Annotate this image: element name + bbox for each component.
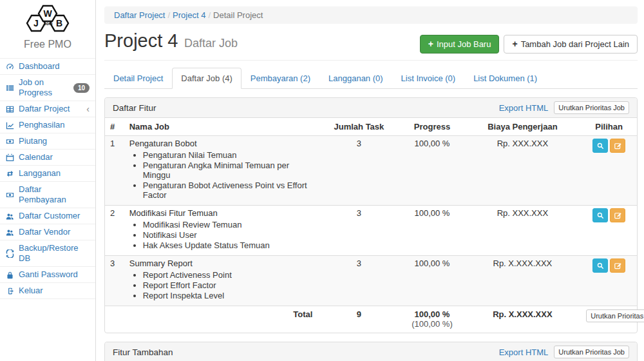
urutkan-prioritas-job-button[interactable]: Urutkan Prioritas Job [586, 309, 644, 322]
tambah-job-dari-project-lain-button[interactable]: + Tambah Job dari Project Lain [504, 35, 638, 54]
sidebar-item-piutang[interactable]: Piutang [0, 133, 95, 150]
column-header-nama-job: Nama Job [124, 118, 318, 136]
main-content: Daftar Project/Project 4/Detail Project … [97, 0, 644, 361]
panel-daftar-fitur: Daftar Fitur Export HTML Urutkan Priorit… [104, 97, 638, 333]
edit-icon [614, 142, 622, 150]
sidebar-item-daftar-customer[interactable]: Daftar Customer [0, 208, 95, 224]
search-icon [596, 142, 605, 150]
button-label: Tambah Job dari Project Lain [521, 39, 629, 49]
column-header-jumlah-task: Jumlah Task [317, 118, 400, 136]
column-header-no: # [105, 118, 124, 136]
sidebar-item-daftar-pembayaran[interactable]: Daftar Pembayaran [0, 182, 95, 208]
view-job-button[interactable] [592, 259, 608, 273]
refresh-icon [6, 249, 15, 258]
svg-text:W: W [43, 8, 52, 19]
sidebar-item-daftar-project[interactable]: Daftar Project ‹ [0, 101, 95, 117]
job-number: 3 [105, 256, 124, 306]
breadcrumb-separator: / [165, 10, 173, 20]
sidebar-item-calendar[interactable]: Calendar [0, 150, 95, 166]
sidebar-item-dashboard[interactable]: Dashboard [0, 59, 95, 75]
button-label: Input Job Baru [437, 39, 491, 49]
column-header-progress: Progress [400, 118, 464, 136]
table-row: 1 Pengaturan Bobot Pengaturan Nilai Temu… [105, 136, 637, 206]
sidebar-item-daftar-vendor[interactable]: Daftar Vendor [0, 224, 95, 240]
view-job-button[interactable] [592, 139, 608, 153]
sidebar-item-penghasilan[interactable]: Penghasilan [0, 117, 95, 133]
plus-icon: + [512, 39, 517, 49]
table-icon [6, 104, 15, 113]
view-job-button[interactable] [592, 208, 608, 222]
sidebar-item-label: Ganti Password [19, 269, 78, 280]
job-name: Pengaturan Bobot [129, 139, 197, 148]
urutkan-prioritas-job-button[interactable]: Urutkan Prioritas Job [554, 346, 629, 358]
svg-text:B: B [56, 18, 62, 28]
breadcrumb-current: Detail Project [213, 10, 263, 20]
sidebar-item-backup-restore[interactable]: Backup/Restore DB [0, 240, 95, 267]
retweet-icon [6, 169, 15, 178]
plus-icon: + [428, 39, 433, 49]
line-chart-icon [6, 121, 15, 130]
sidebar-item-job-on-progress[interactable]: Job on Progress 10 [0, 75, 95, 101]
sidebar-item-label: Keluar [19, 286, 43, 296]
sidebar-item-label: Daftar Vendor [19, 227, 70, 237]
jwb-logo-hexagons: J W B .com [20, 5, 75, 35]
chevron-left-icon: ‹ [86, 105, 90, 113]
header-buttons: + Input Job Baru + Tambah Job dari Proje… [420, 35, 638, 55]
jumlah-task-value: 3 [317, 256, 400, 306]
job-name-cell: Modifikasi Fitur Temuan Modifikasi Revie… [124, 206, 318, 256]
breadcrumb-link-project-4[interactable]: Project 4 [173, 10, 205, 20]
sign-out-icon [6, 286, 15, 295]
biaya-value: Rp. XXX.XXX [464, 206, 582, 256]
table-row: 2 Modifikasi Fitur Temuan Modifikasi Rev… [105, 206, 637, 256]
sidebar-item-keluar[interactable]: Keluar [0, 283, 95, 299]
svg-text:.com: .com [43, 21, 52, 26]
page-header: Project 4 Daftar Job + Input Job Baru + … [104, 30, 638, 61]
total-progress-alt: (100,00 %) [412, 319, 453, 329]
users-icon [6, 228, 15, 237]
urutkan-prioritas-job-button[interactable]: Urutkan Prioritas Job [554, 101, 629, 114]
edit-job-button[interactable] [610, 259, 625, 273]
empty-cell [105, 306, 124, 333]
table-header-row: # Nama Job Jumlah Task Progress Biaya Pe… [105, 118, 637, 136]
panel-heading: Fitur Tambahan Export HTML Urutkan Prior… [105, 342, 637, 361]
breadcrumb-link-daftar-project[interactable]: Daftar Project [114, 10, 165, 20]
subtask-list: Modifikasi Review Temuan Notifikasi User… [129, 220, 313, 250]
subtask-list: Report Activeness Point Report Effort Fa… [129, 270, 313, 300]
tab-langganan[interactable]: Langganan (0) [319, 68, 392, 89]
total-row: Total 9 100,00 % (100,00 %) Rp. X.XXX.XX… [105, 306, 637, 333]
sidebar-item-label: Dashboard [19, 61, 60, 72]
sidebar-item-label: Daftar Project [19, 104, 70, 114]
subtask-item: Report Inspekta Level [143, 291, 313, 300]
panel-fitur-tambahan: Fitur Tambahan Export HTML Urutkan Prior… [104, 342, 638, 361]
job-number: 2 [105, 206, 124, 256]
edit-job-button[interactable] [610, 139, 625, 153]
sidebar-item-langganan[interactable]: Langganan [0, 166, 95, 182]
tab-daftar-job[interactable]: Daftar Job (4) [172, 68, 241, 89]
tab-list-dokumen[interactable]: List Dokumen (1) [464, 68, 546, 89]
edit-job-button[interactable] [610, 208, 625, 222]
page-title: Project 4 Daftar Job [104, 30, 238, 55]
pilihan-cell [581, 256, 637, 306]
subtask-item: Pengaturan Angka Minimal Temuan per Ming… [143, 161, 313, 180]
panel-heading: Daftar Fitur Export HTML Urutkan Priorit… [105, 98, 637, 118]
edit-icon [614, 262, 622, 270]
job-name-cell: Pengaturan Bobot Pengaturan Nilai Temuan… [124, 136, 318, 206]
total-tasks: 9 [317, 306, 400, 333]
subtask-item: Notifikasi User [143, 230, 313, 240]
tab-pembayaran[interactable]: Pembayaran (2) [242, 68, 319, 89]
job-number: 1 [105, 136, 124, 206]
column-header-biaya: Biaya Pengerjaan [464, 118, 582, 136]
input-job-baru-button[interactable]: + Input Job Baru [420, 35, 500, 54]
export-html-link[interactable]: Export HTML [499, 347, 549, 357]
export-html-link[interactable]: Export HTML [499, 103, 549, 113]
subtask-item: Report Activeness Point [143, 270, 313, 280]
tab-list-invoice[interactable]: List Invoice (0) [392, 68, 465, 89]
daftar-fitur-table: # Nama Job Jumlah Task Progress Biaya Pe… [105, 118, 637, 333]
sidebar-item-ganti-password[interactable]: Ganti Password [0, 267, 95, 283]
column-header-pilihan: Pilihan [581, 118, 637, 136]
page-subtitle: Daftar Job [184, 37, 238, 50]
sidebar: J W B .com Free PMO Dashboard Job on Pro… [0, 0, 96, 361]
tab-detail-project[interactable]: Detail Project [104, 68, 172, 89]
panel-title: Fitur Tambahan [113, 347, 499, 357]
progress-value: 100,00 % [400, 206, 464, 256]
